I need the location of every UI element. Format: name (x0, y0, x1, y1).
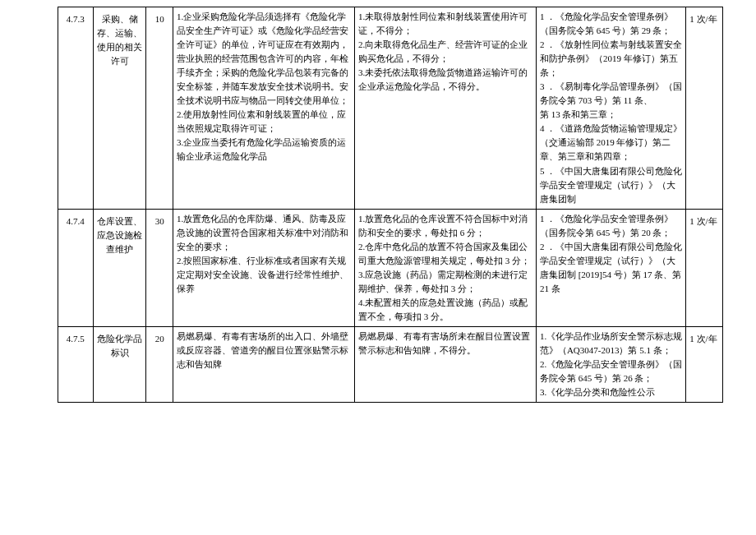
cell-item: 仓库设置、应急设施检查维护 (93, 209, 146, 326)
cell-standard: 易燃易爆、有毒有害场所的出入口、外墙壁或反应容器、管道旁的醒目位置张贴警示标志和… (173, 327, 354, 403)
cell-basis: 1.《化学品作业场所安全警示标志规范》（AQ3047-2013）第 5.1 条；… (536, 327, 685, 403)
cell-standard: 1.放置危化品的仓库防爆、通风、防毒及应急设施的设置符合国家相关标准中对消防和安… (173, 209, 354, 326)
cell-method: 1.未取得放射性同位素和射线装置使用许可证，不得分； 2.向未取得危化品生产、经… (354, 7, 536, 210)
cell-basis: 1 ．《危险化学品安全管理条例》（国务院令第 645 号）第 20 条； 2 ．… (536, 209, 685, 326)
cell-method: 1.放置危化品的仓库设置不符合国标中对消防和安全的要求，每处扣 6 分； 2.仓… (354, 209, 536, 326)
cell-score: 10 (146, 7, 173, 210)
cell-score: 30 (146, 209, 173, 326)
cell-method: 易燃易爆、有毒有害场所未在醒目位置设置警示标志和告知牌，不得分。 (354, 327, 536, 403)
table-row: 4.7.5 危险化学品标识 20 易燃易爆、有毒有害场所的出入口、外墙壁或反应容… (58, 327, 723, 403)
cell-standard: 1.企业采购危险化学品须选择有《危险化学品安全生产许可证》或《危险化学品经营安全… (173, 7, 354, 210)
table-row: 4.7.3 采购、储存、运输、使用的相关许可 10 1.企业采购危险化学品须选择… (58, 7, 723, 210)
cell-freq: 1 次/年 (686, 7, 723, 210)
cell-freq: 1 次/年 (686, 327, 723, 403)
cell-item: 采购、储存、运输、使用的相关许可 (93, 7, 146, 210)
cell-item: 危险化学品标识 (93, 327, 146, 403)
cell-id: 4.7.4 (58, 209, 94, 326)
cell-score: 20 (146, 327, 173, 403)
table-row: 4.7.4 仓库设置、应急设施检查维护 30 1.放置危化品的仓库防爆、通风、防… (58, 209, 723, 326)
standards-table: 4.7.3 采购、储存、运输、使用的相关许可 10 1.企业采购危险化学品须选择… (58, 7, 723, 403)
cell-id: 4.7.3 (58, 7, 94, 210)
cell-freq: 1 次/年 (686, 209, 723, 326)
cell-basis: 1 ．《危险化学品安全管理条例》（国务院令第 645 号）第 29 条； 2 ．… (536, 7, 685, 210)
document-page: 4.7.3 采购、储存、运输、使用的相关许可 10 1.企业采购危险化学品须选择… (0, 0, 756, 419)
cell-id: 4.7.5 (58, 327, 94, 403)
